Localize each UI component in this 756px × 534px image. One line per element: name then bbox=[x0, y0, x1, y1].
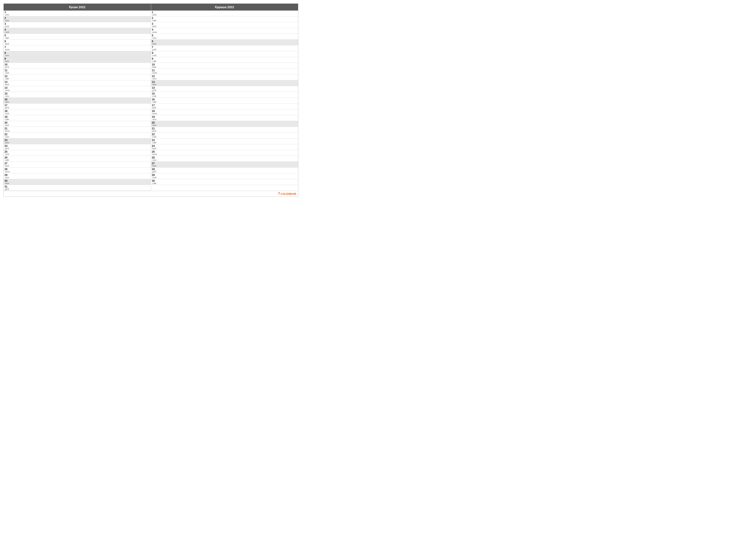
day-number: 4 bbox=[152, 28, 157, 31]
right-day-row: 4 ЖҰМ bbox=[151, 28, 298, 34]
day-number: 19 bbox=[5, 115, 9, 118]
day-number: 9 bbox=[5, 57, 9, 60]
right-day-row: 14 ДҮЙ bbox=[151, 86, 298, 92]
day-number: 20 bbox=[152, 121, 157, 124]
day-cell: 4 ЖҰМ bbox=[152, 28, 157, 33]
day-name: ЖҰМ bbox=[152, 153, 157, 156]
day-number: 23 bbox=[152, 139, 157, 142]
day-cell: 13 ЖЕК bbox=[152, 81, 157, 86]
right-day-row: 25 ЖҰМ bbox=[151, 150, 298, 156]
day-number: 24 bbox=[5, 144, 9, 147]
brand-icon: 7 bbox=[278, 192, 280, 196]
right-day-row: 15 СЕЙ bbox=[151, 92, 298, 98]
day-cell: 29 СЕЙ bbox=[152, 173, 157, 179]
right-day-row: 16 СӘР bbox=[151, 98, 298, 104]
day-name: ЖҰМ bbox=[5, 130, 10, 132]
day-name: СЕН bbox=[5, 55, 9, 57]
day-number: 11 bbox=[5, 69, 9, 72]
day-name: СӘР bbox=[152, 142, 157, 144]
day-name: БЕЙ bbox=[152, 147, 157, 150]
right-day-row: 20 ЖЕК bbox=[151, 121, 298, 127]
left-day-row: 10 ДҮЙ bbox=[4, 63, 151, 69]
day-cell: 25 СЕЙ bbox=[5, 150, 9, 156]
right-day-row: 24 БЕЙ bbox=[151, 144, 298, 150]
day-name: ЖЕК bbox=[152, 84, 157, 86]
right-day-row: 29 СЕЙ bbox=[151, 173, 298, 179]
right-day-row: 9 СӘР bbox=[151, 57, 298, 63]
day-number: 25 bbox=[5, 150, 9, 153]
day-name: СӘР bbox=[5, 78, 9, 80]
day-number: 13 bbox=[152, 81, 157, 84]
day-name: БЕЙ bbox=[5, 43, 9, 45]
day-number: 3 bbox=[152, 22, 157, 25]
day-cell: 14 ДҮЙ bbox=[152, 86, 157, 91]
day-name: ЖЕК bbox=[5, 182, 9, 185]
day-number: 8 bbox=[152, 51, 157, 55]
day-cell: 3 ДҮЙ bbox=[5, 22, 9, 28]
day-number: 1 bbox=[5, 11, 9, 14]
day-name: ДҮЙ bbox=[5, 25, 9, 28]
day-name: ЖЕК bbox=[5, 60, 9, 63]
day-cell: 1 СЕЙ bbox=[152, 11, 157, 16]
day-number: 15 bbox=[152, 92, 157, 95]
right-day-row: 19 СЕН bbox=[151, 115, 298, 121]
day-number: 21 bbox=[5, 127, 10, 130]
right-day-row: 21 ДҮЙ bbox=[151, 127, 298, 133]
left-day-row: 11 СЕЙ bbox=[4, 69, 151, 74]
footer-row: 7 CALENDAR bbox=[4, 191, 298, 196]
left-month-title: Қазан 2022 bbox=[69, 5, 85, 9]
day-number: 5 bbox=[152, 34, 157, 37]
day-cell: 10 БЕЙ bbox=[152, 63, 157, 68]
day-number: 3 bbox=[5, 22, 9, 25]
left-day-row: 6 БЕЙ bbox=[4, 39, 151, 45]
day-number: 19 bbox=[152, 115, 157, 118]
day-cell: 7 ДҮЙ bbox=[152, 46, 157, 51]
day-cell: 20 БЕЙ bbox=[5, 121, 9, 126]
right-day-row: 5 СЕН bbox=[151, 34, 298, 39]
day-cell: 9 ЖЕК bbox=[5, 57, 9, 63]
left-day-row: 30 ЖЕК bbox=[4, 179, 151, 185]
brand-area: 7 CALENDAR bbox=[278, 192, 296, 196]
left-day-row: 27 БЕЙ bbox=[4, 162, 151, 167]
right-day-row: 8 СЕЙ bbox=[151, 51, 298, 57]
day-cell: 22 СЕЙ bbox=[152, 133, 157, 138]
day-number: 30 bbox=[152, 179, 157, 182]
day-cell: 11 ЖҰМ bbox=[152, 69, 157, 74]
right-day-row: 18 ЖҰМ bbox=[151, 109, 298, 115]
day-number: 15 bbox=[5, 92, 9, 95]
day-cell: 23 ЖЕК bbox=[5, 139, 9, 144]
day-cell: 3 БЕЙ bbox=[152, 22, 157, 28]
day-name: СӘР bbox=[5, 37, 9, 39]
day-name: СЕЙ bbox=[5, 72, 9, 74]
left-day-row: 20 БЕЙ bbox=[4, 121, 151, 127]
day-cell: 2 СӘР bbox=[152, 16, 157, 22]
day-name: ЖҰМ bbox=[5, 89, 10, 91]
day-name: ЖЕК bbox=[5, 101, 9, 103]
left-day-row: 3 ДҮЙ bbox=[4, 22, 151, 28]
day-name: СЕН bbox=[152, 159, 157, 161]
right-month-column: Қараша 2022 1 СЕЙ 2 СӘР 3 БЕЙ 4 ЖҰМ bbox=[151, 4, 298, 191]
day-name: СЕЙ bbox=[152, 55, 157, 57]
day-number: 22 bbox=[5, 133, 9, 136]
day-name: БЕЙ bbox=[152, 66, 157, 68]
day-name: СЕН bbox=[152, 37, 157, 39]
day-number: 17 bbox=[5, 104, 9, 107]
left-day-row: 12 СӘР bbox=[4, 74, 151, 80]
day-number: 2 bbox=[152, 16, 157, 20]
day-name: СЕН bbox=[5, 95, 9, 97]
day-cell: 4 СЕЙ bbox=[5, 28, 9, 33]
day-number: 7 bbox=[5, 46, 10, 49]
day-name: СЕН bbox=[152, 78, 157, 80]
day-name: СӘР bbox=[152, 182, 157, 185]
left-day-row: 7 ЖҰМ bbox=[4, 45, 151, 51]
right-days-container: 1 СЕЙ 2 СӘР 3 БЕЙ 4 ЖҰМ 5 СЕН bbox=[151, 11, 298, 185]
right-day-row: 11 ЖҰМ bbox=[151, 69, 298, 74]
day-number: 8 bbox=[5, 51, 9, 55]
calendar-wrapper: Қазан 2022 1 СЕН 2 ЖЕК 3 ДҮЙ 4 СЕЙ bbox=[3, 3, 298, 197]
day-number: 27 bbox=[5, 162, 9, 165]
right-day-row: 28 ДҮЙ bbox=[151, 167, 298, 173]
day-name: СЕЙ bbox=[5, 153, 9, 156]
left-day-row: 22 СЕН bbox=[4, 133, 151, 139]
day-name: ДҮЙ bbox=[152, 89, 157, 91]
left-footer bbox=[4, 191, 150, 196]
